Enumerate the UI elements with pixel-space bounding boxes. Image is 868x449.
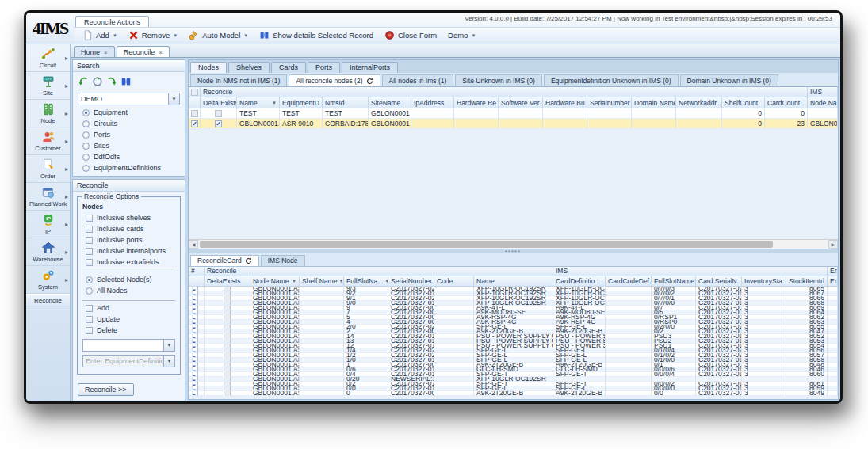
column-header-card-serialn[interactable]: Card SerialN... [696, 276, 742, 287]
checkbox[interactable] [86, 316, 93, 323]
checkbox[interactable] [86, 305, 93, 312]
toolbar-button-auto-model[interactable]: Auto Model▼ [183, 29, 254, 42]
option-inclusive-extrafields[interactable]: Inclusive extrafields [86, 258, 177, 266]
search-type-option-equipmentdefinitions[interactable]: EquipmentDefinitions [82, 164, 180, 172]
chevron-down-icon[interactable]: ▼ [163, 355, 175, 367]
radio-button[interactable] [86, 287, 93, 295]
view-tab-node-in-nms-not-in-ims-1[interactable]: Node In NMS not in IMS (1) [190, 74, 287, 86]
delta-exists-cell[interactable] [205, 391, 250, 396]
sidebar-item-planned-work[interactable]: Planned Work▸ [26, 183, 70, 211]
tab-cards[interactable]: Cards [271, 62, 306, 73]
column-header-ipaddress[interactable]: IpAddress [411, 97, 454, 108]
toolbar-button-demo[interactable]: Demo▼ [442, 29, 481, 41]
scroll-left-icon[interactable]: ◀ [189, 240, 198, 249]
sidebar-item-site[interactable]: CITYSite▸ [26, 72, 70, 100]
sidebar-item-order[interactable]: Order▸ [26, 155, 70, 183]
close-icon[interactable]: × [159, 49, 163, 56]
column-header-cardcount[interactable]: CardCount [765, 97, 808, 108]
delta-exists-cell[interactable]: ✔ [201, 119, 237, 129]
column-header-stockitemid[interactable]: StockItemId [786, 276, 828, 287]
column-header-name[interactable]: Name [474, 276, 553, 287]
node-row[interactable]: TESTTESTTESTGBLON000100 [189, 108, 838, 119]
radio-button[interactable] [82, 131, 90, 139]
action-add[interactable]: Add [86, 304, 177, 312]
checkbox[interactable] [86, 327, 93, 334]
refresh-globe-icon[interactable] [92, 76, 103, 87]
row-select-cell[interactable] [189, 108, 201, 119]
export-icon[interactable] [106, 76, 117, 87]
column-header-shelf-name[interactable]: Shelf Name▼ [300, 276, 344, 287]
option-inclusive-internalports[interactable]: Inclusive internalports [86, 247, 177, 255]
view-tab-equipmentdefinition-unknown-in-ims-0[interactable]: Equipmentdefinition Unknown in IMS (0) [544, 74, 679, 86]
column-header-deltaexists[interactable]: DeltaExists [205, 276, 250, 287]
option-inclusive-shelves[interactable]: Inclusive shelves [86, 214, 177, 222]
column-header-inventorysta[interactable]: InventorySta... [742, 276, 786, 287]
equipmentdefinition-dropdown[interactable]: Enter EquipmentDefinition ▼ [82, 355, 175, 367]
radio-button[interactable] [82, 143, 90, 150]
action-update[interactable]: Update [86, 315, 177, 323]
checkbox[interactable] [191, 110, 198, 117]
chevron-down-icon[interactable]: ▼ [168, 93, 180, 105]
radio-button[interactable] [82, 109, 90, 116]
column-header-equipmentd[interactable]: EquipmentD... [280, 97, 323, 108]
column-header-software-ver[interactable]: Software Ver... [499, 97, 543, 108]
search-type-option-ports[interactable]: Ports [82, 131, 180, 139]
node-row[interactable]: ✔✔GBLON0001.A...ASR-9010CORBAID:17850GBL… [189, 119, 838, 129]
checkbox[interactable] [86, 226, 93, 233]
tab-ports[interactable]: Ports [308, 62, 340, 73]
column-header-domain-name[interactable]: Domain Name [632, 97, 676, 108]
toolbar-button-remove[interactable]: Remove▼ [123, 29, 183, 42]
checkbox[interactable] [191, 89, 198, 96]
sort-dropdown-icon[interactable]: ▼ [337, 279, 343, 283]
column-header-nmsid[interactable]: NmsId [323, 97, 369, 108]
option-inclusive-ports[interactable]: Inclusive ports [86, 236, 177, 244]
search-type-option-equipment[interactable]: Equipment [82, 108, 180, 116]
radio-button[interactable] [82, 120, 90, 127]
column-header-fullslotna[interactable]: FullSlotNa...▼ [344, 276, 388, 287]
scope-all-nodes[interactable]: All Nodes [86, 287, 177, 295]
column-header-name[interactable]: Name▼ [237, 97, 280, 108]
column-header-carddefinitio[interactable]: CardDefinitio... [553, 276, 606, 287]
horizontal-scrollbar[interactable]: ◀ ▶ [189, 239, 838, 249]
column-header-node-name[interactable]: Node Name▼ [250, 276, 300, 287]
toolbar-button-add[interactable]: Add▼ [77, 29, 123, 42]
column-header-node-na[interactable]: Node Na... [808, 97, 838, 108]
search-type-option-sites[interactable]: Sites [82, 142, 180, 150]
import-icon[interactable] [78, 76, 89, 87]
row-select-cell[interactable]: ✔ [189, 119, 201, 129]
reconcile-button[interactable]: Reconcile >> [78, 383, 134, 396]
checkbox[interactable] [86, 259, 93, 266]
column-header-cardcodedef[interactable]: CardCodeDef... [606, 276, 652, 287]
sidebar-item-reconcile[interactable]: Reconcile [26, 294, 70, 306]
scrollbar-thumb[interactable] [200, 241, 773, 248]
checkbox[interactable]: ✔ [215, 120, 222, 127]
sidebar-item-circuit[interactable]: Circuit▸ [26, 44, 70, 72]
scope-selected-node-s[interactable]: Selected Node(s) [86, 276, 177, 283]
column-header-hardware-re[interactable]: Hardware Re... [454, 97, 499, 108]
action-delete[interactable]: Delete [86, 326, 177, 334]
column-header-hardware-bu[interactable]: Hardware Bu... [543, 97, 587, 108]
checkbox[interactable] [86, 215, 93, 222]
checkbox[interactable] [224, 391, 231, 396]
tab-shelves[interactable]: Shelves [228, 62, 270, 73]
tab-reconcile[interactable]: Reconcile× [117, 46, 170, 57]
view-tab-all-reconcile-nodes-2[interactable]: All reconcile nodes (2) [289, 74, 380, 86]
column-header-shelfcount[interactable]: ShelfCount [722, 97, 765, 108]
ribbon-tab-reconcile-actions[interactable]: Reconcile Actions [75, 16, 149, 27]
sort-dropdown-icon[interactable]: ▼ [383, 279, 388, 283]
checkbox[interactable] [86, 237, 93, 244]
view-tab-all-nodes-in-ims-1[interactable]: All nodes in Ims (1) [382, 74, 454, 86]
row-detail-cell[interactable] [189, 391, 205, 396]
view-tab-domain-unknown-in-ims-0[interactable]: Domain Unknown in IMS (0) [680, 74, 778, 86]
column-header-errorme[interactable]: ErrorMe... [828, 276, 838, 287]
profile-dropdown[interactable]: DEMO ▼ [78, 93, 180, 105]
sort-dropdown-icon[interactable]: ▼ [290, 279, 296, 283]
radio-button[interactable] [86, 276, 93, 283]
chevron-down-icon[interactable]: ▼ [163, 339, 175, 352]
tab-nodes[interactable]: Nodes [190, 62, 227, 73]
column-header-delta-exists[interactable]: Delta Exists [201, 97, 237, 108]
column-header-code[interactable]: Code [434, 276, 474, 287]
toolbar-button-show-details-selected-record[interactable]: Show details Selected Record [254, 29, 379, 42]
column-header-fullslotname[interactable]: FullSlotName [652, 276, 696, 287]
checkbox[interactable]: ✔ [191, 120, 198, 127]
